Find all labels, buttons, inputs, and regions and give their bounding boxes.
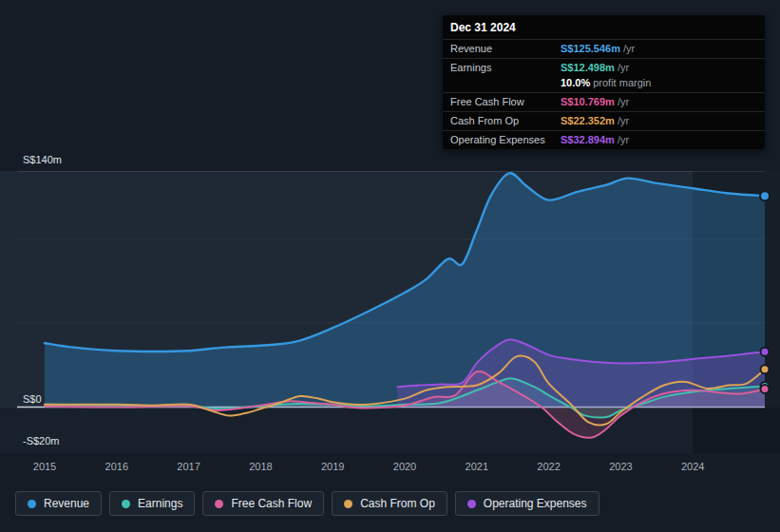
legend-label: Earnings bbox=[138, 497, 182, 510]
profit-margin-label: profit margin bbox=[593, 77, 651, 88]
cash-from-op-endpoint-marker[interactable] bbox=[761, 365, 770, 373]
legend-label: Cash From Op bbox=[360, 497, 435, 510]
legend-item-cash-from-op[interactable]: Cash From Op bbox=[332, 491, 447, 516]
operating-expenses-legend-dot-icon bbox=[467, 500, 476, 508]
x-axis-label-2016: 2016 bbox=[105, 461, 128, 472]
tooltip-suffix: /yr bbox=[623, 43, 635, 54]
x-axis-label-2020: 2020 bbox=[393, 461, 416, 472]
legend-label: Revenue bbox=[44, 497, 89, 510]
chart-legend: RevenueEarningsFree Cash FlowCash From O… bbox=[15, 491, 599, 516]
earnings-revenue-history-chart: S$140mS$0-S$20m 201520162017201820192020… bbox=[0, 0, 780, 532]
legend-label: Free Cash Flow bbox=[231, 497, 312, 510]
tooltip-row-operating-expenses: Operating Expenses S$32.894m/yr bbox=[443, 130, 765, 149]
operating-expenses-endpoint-marker[interactable] bbox=[761, 348, 770, 356]
tooltip-row-profit-margin: 10.0%profit margin bbox=[443, 77, 765, 92]
tooltip-row-cash-from-op: Cash From Op S$22.352m/yr bbox=[443, 111, 765, 130]
tooltip-value: S$32.894m bbox=[561, 134, 615, 145]
x-axis-label-2017: 2017 bbox=[177, 461, 200, 472]
x-axis-label-2022: 2022 bbox=[537, 461, 560, 472]
free-cash-flow-legend-dot-icon bbox=[215, 500, 223, 508]
x-axis-label-2023: 2023 bbox=[609, 461, 632, 472]
x-axis-label-2019: 2019 bbox=[321, 461, 344, 472]
cash-from-op-legend-dot-icon bbox=[344, 500, 352, 508]
tooltip-row-free-cash-flow: Free Cash Flow S$10.769m/yr bbox=[443, 92, 765, 111]
tooltip-value: S$12.498m bbox=[561, 62, 615, 73]
y-axis-label-0: S$0 bbox=[23, 393, 42, 405]
tooltip-label: Cash From Op bbox=[450, 115, 561, 127]
tooltip-suffix: /yr bbox=[618, 96, 629, 107]
tooltip-value: S$22.352m bbox=[561, 115, 615, 126]
x-axis-label-2024: 2024 bbox=[681, 461, 704, 472]
legend-label: Operating Expenses bbox=[484, 497, 587, 510]
revenue-legend-dot-icon bbox=[28, 500, 36, 508]
earnings-legend-dot-icon bbox=[122, 500, 130, 508]
tooltip-label: Free Cash Flow bbox=[450, 96, 561, 108]
legend-item-revenue[interactable]: Revenue bbox=[15, 491, 102, 516]
y-axis-label-140: S$140m bbox=[23, 154, 62, 165]
x-axis-label-2021: 2021 bbox=[466, 461, 488, 472]
tooltip-row-revenue: Revenue S$125.546m/yr bbox=[443, 39, 765, 58]
tooltip-suffix: /yr bbox=[618, 62, 629, 73]
tooltip-label: Revenue bbox=[450, 43, 561, 55]
revenue-endpoint-marker[interactable] bbox=[760, 191, 770, 200]
x-axis-label-2018: 2018 bbox=[249, 461, 272, 472]
tooltip-suffix: /yr bbox=[618, 115, 629, 126]
free-cash-flow-endpoint-marker[interactable] bbox=[761, 385, 770, 393]
tooltip-suffix: /yr bbox=[618, 134, 629, 145]
tooltip-date: Dec 31 2024 bbox=[443, 15, 765, 39]
chart-tooltip: Dec 31 2024 Revenue S$125.546m/yr Earnin… bbox=[443, 15, 765, 149]
profit-margin-value: 10.0% bbox=[561, 77, 590, 88]
tooltip-label: Operating Expenses bbox=[450, 134, 561, 146]
tooltip-value: S$10.769m bbox=[561, 96, 615, 107]
tooltip-row-earnings: Earnings S$12.498m/yr bbox=[443, 58, 765, 77]
tooltip-value: S$125.546m bbox=[561, 43, 620, 54]
tooltip-label: Earnings bbox=[450, 62, 561, 74]
legend-item-operating-expenses[interactable]: Operating Expenses bbox=[455, 491, 599, 516]
legend-item-earnings[interactable]: Earnings bbox=[109, 491, 195, 516]
legend-item-free-cash-flow[interactable]: Free Cash Flow bbox=[202, 491, 324, 516]
y-axis-label--20: -S$20m bbox=[23, 435, 60, 446]
x-axis-label-2015: 2015 bbox=[33, 461, 56, 472]
